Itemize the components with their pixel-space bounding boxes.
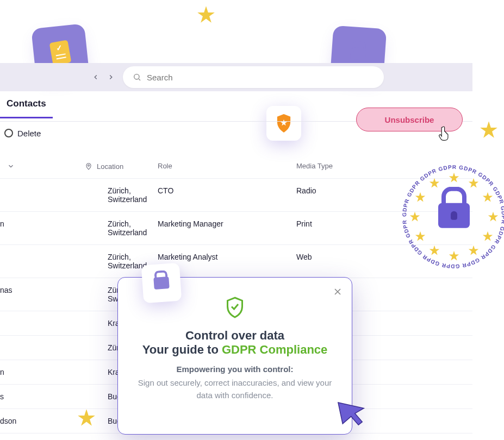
lock-icon bbox=[153, 276, 169, 290]
svg-point-1 bbox=[88, 165, 90, 166]
modal-subtitle: Empowering you with control: bbox=[133, 364, 337, 374]
cell-location: Zürich, Switzerland bbox=[22, 253, 158, 270]
star-icon bbox=[448, 250, 460, 262]
cell-name: n bbox=[0, 368, 22, 376]
search-icon bbox=[133, 73, 141, 81]
star-icon bbox=[482, 191, 494, 203]
cell-name: nas bbox=[0, 286, 22, 303]
star-icon bbox=[468, 177, 480, 189]
close-button[interactable] bbox=[332, 286, 343, 299]
table-row[interactable]: Zürich, SwitzerlandCTORadio bbox=[0, 179, 472, 212]
star-icon bbox=[448, 172, 460, 184]
cell-name bbox=[0, 343, 22, 352]
cell-media: Web bbox=[296, 253, 416, 270]
gdpr-lock-icon bbox=[438, 203, 470, 228]
modal-title-line2: Your guide to GDPR Compliance bbox=[133, 343, 337, 357]
star-icon bbox=[414, 191, 426, 203]
cell-media: Radio bbox=[296, 186, 416, 204]
modal-title-line1: Control over data bbox=[133, 329, 337, 343]
cell-name bbox=[0, 186, 22, 204]
cell-media: Print bbox=[296, 219, 416, 237]
cell-name bbox=[0, 253, 22, 270]
star-icon bbox=[478, 120, 499, 140]
cell-name: n bbox=[0, 219, 22, 237]
star-icon bbox=[428, 177, 440, 189]
table-header: Location Role Media Type bbox=[0, 154, 472, 179]
location-pin-icon bbox=[85, 162, 92, 171]
delete-button[interactable]: Delete bbox=[4, 129, 41, 138]
svg-point-0 bbox=[134, 74, 139, 79]
star-icon bbox=[428, 244, 440, 256]
checklist-icon bbox=[49, 40, 72, 65]
cursor-hand-icon bbox=[438, 125, 452, 144]
lock-badge-small bbox=[141, 263, 182, 304]
delete-label: Delete bbox=[17, 129, 41, 138]
table-row[interactable]: nZürich, SwitzerlandMarketing ManagerPri… bbox=[0, 212, 472, 245]
nav-forward-button[interactable] bbox=[105, 72, 116, 83]
cell-location: Zürich, Switzerland bbox=[22, 186, 158, 204]
delete-circle-icon bbox=[4, 129, 13, 137]
cell-name bbox=[0, 319, 22, 328]
col-role-header: Role bbox=[158, 162, 296, 171]
gdpr-badge: GDPR GDPR GDPR GDPR GDPR GDPR GDPR GDPR … bbox=[402, 165, 504, 268]
cell-name: dson bbox=[0, 417, 22, 425]
star-icon bbox=[196, 4, 216, 25]
cell-role: CTO bbox=[158, 186, 296, 204]
search-box[interactable] bbox=[123, 66, 384, 88]
search-input[interactable] bbox=[147, 73, 374, 82]
star-icon bbox=[409, 211, 421, 223]
cell-name: s bbox=[0, 392, 22, 401]
lock-icon bbox=[350, 47, 367, 61]
cursor-arrow-icon bbox=[337, 397, 368, 427]
cell-location: Zürich, Switzerland bbox=[22, 219, 158, 237]
star-icon bbox=[482, 230, 494, 242]
tab-contacts[interactable]: Contacts bbox=[0, 98, 53, 118]
table-row[interactable]: Zürich, SwitzerlandMarketing AnalystWeb bbox=[0, 245, 472, 278]
modal-body-text: Sign out securely, correct inaccuracies,… bbox=[133, 377, 337, 401]
cell-role: Marketing Manager bbox=[158, 219, 296, 237]
star-icon bbox=[414, 230, 426, 242]
col-location-header: Location bbox=[97, 162, 123, 171]
col-media-header: Media Type bbox=[296, 162, 416, 171]
toolbar bbox=[0, 63, 472, 91]
star-icon bbox=[468, 244, 480, 256]
nav-back-button[interactable] bbox=[90, 72, 101, 83]
star-icon bbox=[487, 211, 499, 223]
chevron-down-icon[interactable] bbox=[0, 162, 22, 171]
